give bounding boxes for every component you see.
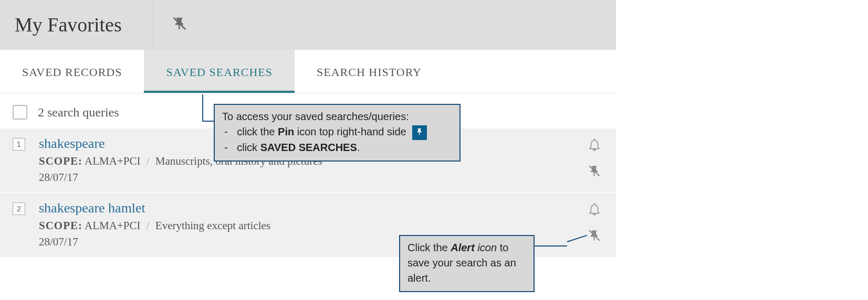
alert-button[interactable]: [588, 138, 601, 154]
scope-label: SCOPE:: [39, 155, 82, 167]
callout-alert-help: Click the Alert icon to save your search…: [399, 235, 535, 292]
callout-text-bold: Pin: [278, 126, 294, 137]
callout-connector: [535, 245, 567, 247]
scope-filter: Everything except articles: [155, 219, 270, 232]
tabs: SAVED RECORDS SAVED SEARCHES SEARCH HIST…: [0, 50, 616, 93]
pin-icon: [415, 125, 424, 140]
alert-button[interactable]: [588, 202, 601, 218]
unpin-icon: [588, 170, 601, 179]
row-number: 2: [13, 202, 25, 215]
page-title: My Favorites: [15, 13, 122, 36]
scope-label: SCOPE:: [39, 219, 82, 232]
saved-search-date: 28/07/17: [39, 171, 588, 184]
bell-icon: [588, 209, 601, 218]
unpin-icon: [588, 235, 601, 244]
tab-search-history[interactable]: SEARCH HISTORY: [295, 50, 444, 93]
unpin-button[interactable]: [588, 164, 601, 180]
scope-value: ALMA+PCI: [85, 155, 140, 167]
callout-text: Click the: [407, 242, 451, 253]
callout-text: To access your saved searches/queries:: [222, 109, 452, 124]
callout-line: click the Pin icon top right-hand side: [224, 124, 452, 140]
saved-search-title[interactable]: shakespeare hamlet: [39, 200, 588, 216]
header-bar: My Favorites: [0, 0, 616, 50]
row-number: 1: [13, 138, 25, 151]
bell-icon: [588, 144, 601, 153]
unpin-icon: [172, 16, 187, 34]
callout-line: click SAVED SEARCHES.: [224, 140, 452, 155]
callout-text-bold: SAVED SEARCHES: [260, 142, 357, 153]
scope-value: ALMA+PCI: [85, 219, 140, 232]
callout-connector: [202, 121, 214, 122]
right-blank-panel: [616, 0, 868, 300]
callout-text-bold-italic: Alert: [451, 242, 475, 253]
callout-text: .: [357, 142, 360, 153]
separator: /: [147, 219, 150, 232]
callout-connector: [202, 94, 203, 121]
title-box: My Favorites: [0, 0, 154, 50]
callout-text: click the: [237, 126, 278, 137]
callout-saved-searches-help: To access your saved searches/queries: c…: [214, 104, 461, 162]
queries-count-label: 2 search queries: [38, 105, 119, 120]
callout-text: click: [237, 142, 260, 153]
separator: /: [147, 155, 150, 167]
tab-saved-searches[interactable]: SAVED SEARCHES: [144, 50, 294, 93]
select-all-checkbox[interactable]: [13, 105, 27, 120]
pin-chip: [412, 125, 427, 140]
tab-saved-records[interactable]: SAVED RECORDS: [0, 50, 144, 93]
callout-text: icon top right-hand side: [294, 126, 406, 137]
unpin-button[interactable]: [588, 229, 601, 244]
callout-text-italic: icon: [475, 242, 497, 253]
header-unpin-button[interactable]: [154, 16, 187, 34]
saved-search-scope: SCOPE: ALMA+PCI / Everything except arti…: [39, 219, 588, 232]
